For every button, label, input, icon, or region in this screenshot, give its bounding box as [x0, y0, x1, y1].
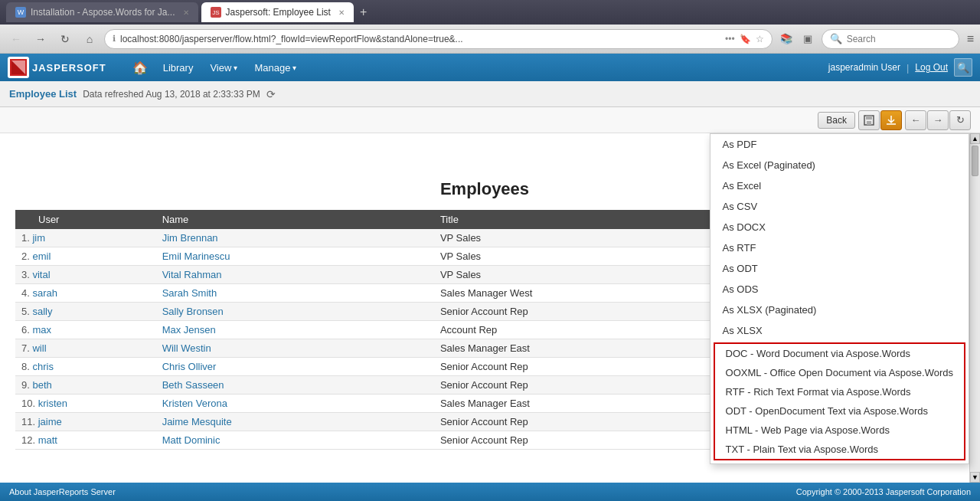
aspose-export-section: DOC - Word Document via Aspose.Words OOX… — [714, 342, 965, 460]
scroll-down-arrow[interactable]: ▼ — [970, 472, 980, 483]
export-as-html-aspose[interactable]: HTML - Web Page via Aspose.Words — [715, 421, 964, 440]
undo-icon-btn[interactable]: ← — [905, 110, 926, 130]
row-name: Jim Brennan — [155, 229, 433, 247]
tab-inactive-1[interactable]: W Installation - Aspose.Words for Ja... … — [6, 2, 198, 22]
redo-icon-btn[interactable]: → — [927, 110, 949, 130]
new-tab-button[interactable]: + — [360, 5, 367, 19]
row-name: Matt Dominic — [155, 431, 433, 450]
search-box[interactable]: 🔍 — [822, 29, 959, 49]
export-as-rtf[interactable]: As RTF — [710, 237, 969, 258]
row-num: 3. vital — [15, 266, 155, 284]
reload-button[interactable]: ↻ — [55, 29, 75, 49]
tab-active-2[interactable]: JS Jaspersoft: Employee List ✕ — [201, 2, 354, 22]
user-link[interactable]: jaime — [38, 416, 62, 427]
export-as-excel[interactable]: As Excel — [710, 175, 969, 196]
user-link[interactable]: sarah — [32, 287, 57, 299]
row-num: 5. sally — [15, 303, 155, 321]
user-link[interactable]: sally — [32, 306, 52, 317]
scrollbar-right[interactable]: ▲ ▼ — [969, 133, 980, 483]
row-num: 1. jim — [15, 229, 155, 247]
user-link[interactable]: jim — [32, 232, 45, 244]
nav-library[interactable]: Library — [155, 59, 201, 77]
user-link[interactable]: vital — [32, 269, 50, 280]
header-right: jasperadmin User | Log Out 🔍 — [828, 58, 972, 77]
back-report-button[interactable]: Back — [818, 112, 855, 129]
back-button[interactable]: ← — [6, 29, 26, 49]
address-text: localhost:8080/jasperserver/flow.html?_f… — [120, 34, 720, 44]
scroll-up-arrow[interactable]: ▲ — [970, 133, 980, 144]
export-as-odt[interactable]: As ODT — [710, 258, 969, 279]
nav-menu: 🏠 Library View ▾ Manage ▾ — [126, 57, 816, 78]
export-as-doc-aspose[interactable]: DOC - Word Document via Aspose.Words — [715, 344, 964, 363]
jaspersoft-logo[interactable]: JASPERSOFT — [8, 57, 106, 78]
export-icon-btn[interactable] — [880, 110, 902, 130]
row-name: Kristen Verona — [155, 395, 433, 413]
tab-label-2: Jaspersoft: Employee List — [226, 7, 331, 18]
footer-left[interactable]: About JasperReports Server — [9, 487, 116, 496]
row-name: Chris Olliver — [155, 358, 433, 376]
forward-button[interactable]: → — [31, 29, 51, 49]
footer-right: Copyright © 2000-2013 Jaspersoft Corpora… — [796, 487, 971, 496]
refresh-info: Data refreshed Aug 13, 2018 at 2:33:33 P… — [83, 89, 260, 100]
row-num: 8. chris — [15, 358, 155, 376]
export-as-odt-aspose[interactable]: ODT - OpenDocument Text via Aspose.Words — [715, 401, 964, 421]
search-input[interactable] — [847, 34, 946, 44]
export-as-csv[interactable]: As CSV — [710, 196, 969, 217]
home-button[interactable]: ⌂ — [80, 29, 100, 49]
row-name: Beth Sasseen — [155, 376, 433, 395]
export-as-excel-paginated[interactable]: As Excel (Paginated) — [710, 155, 969, 175]
export-as-ooxml-aspose[interactable]: OOXML - Office Open Document via Aspose.… — [715, 363, 964, 382]
nav-manage[interactable]: Manage ▾ — [247, 59, 304, 77]
col-header-user: User — [15, 210, 155, 229]
refresh-report-btn[interactable]: ↻ — [949, 110, 971, 130]
row-name: Emil Marinescu — [155, 247, 433, 266]
export-as-xlsx[interactable]: As XLSX — [710, 320, 969, 341]
scroll-track[interactable] — [970, 144, 980, 472]
user-link[interactable]: matt — [38, 434, 57, 446]
header-search-button[interactable]: 🔍 — [954, 58, 972, 77]
col-header-name: Name — [155, 210, 433, 229]
export-as-xlsx-paginated[interactable]: As XLSX (Paginated) — [710, 300, 969, 320]
tab-icon-1: W — [15, 7, 26, 18]
row-name: Sally Bronsen — [155, 303, 433, 321]
svg-rect-9 — [867, 121, 871, 125]
history-icon-group: ← → ↻ — [905, 110, 971, 130]
export-as-rtf-aspose[interactable]: RTF - Rich Text Format via Aspose.Words — [715, 382, 964, 401]
report-actions: Back ← → ↻ As PDF As Excel (Paginated) A… — [0, 107, 980, 133]
user-info: jasperadmin User — [828, 62, 900, 73]
address-bar[interactable]: ℹ localhost:8080/jasperserver/flow.html?… — [104, 29, 773, 49]
export-as-docx[interactable]: As DOCX — [710, 217, 969, 237]
tab-close-1[interactable]: ✕ — [183, 8, 189, 17]
nav-view[interactable]: View ▾ — [202, 59, 245, 77]
logo-icon — [8, 57, 29, 78]
user-link[interactable]: emil — [32, 250, 51, 262]
scroll-thumb[interactable] — [972, 146, 978, 176]
export-as-txt-aspose[interactable]: TXT - Plain Text via Aspose.Words — [715, 440, 964, 459]
sidebar-icon[interactable]: ▣ — [799, 30, 817, 48]
user-link[interactable]: kristen — [38, 398, 67, 409]
logout-link[interactable]: Log Out — [915, 62, 948, 73]
user-link[interactable]: beth — [32, 379, 51, 391]
breadcrumb-title[interactable]: Employee List — [9, 88, 77, 100]
export-as-ods[interactable]: As ODS — [710, 279, 969, 300]
save-icon-btn[interactable] — [858, 110, 880, 130]
row-num: 9. beth — [15, 376, 155, 395]
nav-manage-label: Manage — [254, 62, 290, 74]
library-icon[interactable]: 📚 — [777, 30, 795, 48]
refresh-icon[interactable]: ⟳ — [266, 88, 276, 100]
user-link[interactable]: chris — [32, 361, 53, 372]
tab-close-2[interactable]: ✕ — [338, 8, 345, 17]
user-link[interactable]: will — [32, 342, 46, 354]
nav-home-icon[interactable]: 🏠 — [126, 57, 154, 78]
search-icon: 🔍 — [830, 33, 842, 44]
bookmark-icon: 🔖 — [740, 34, 751, 44]
header-search-icon: 🔍 — [957, 62, 969, 74]
toolbar-icons: 📚 ▣ — [777, 30, 817, 48]
star-icon: ☆ — [756, 34, 764, 44]
user-link[interactable]: max — [32, 324, 51, 336]
app-footer: About JasperReports Server Copyright © 2… — [0, 483, 980, 501]
more-options-dots: ••• — [725, 34, 735, 44]
row-num: 6. max — [15, 321, 155, 339]
export-as-pdf[interactable]: As PDF — [710, 134, 969, 155]
hamburger-menu[interactable]: ≡ — [967, 32, 974, 46]
